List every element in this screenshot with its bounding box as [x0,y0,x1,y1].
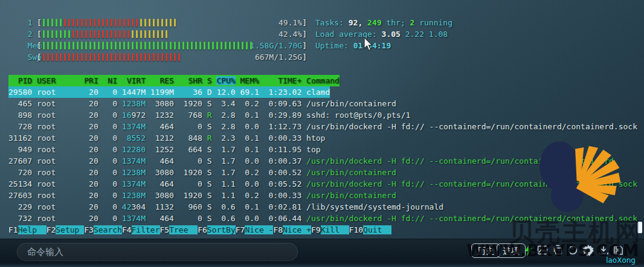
function-key-bar: F1Help F2Setup F3SearchF4FilterF5Tree F6… [8,224,391,236]
mouse-cursor [364,37,374,51]
fkey-f10[interactable]: F10Quit [349,225,391,234]
process-row-728[interactable]: 728 root 20 0 1374M 464 0 S 2.8 0.0 1:12… [8,121,637,132]
meter-mem: Mem[1.58G/1.70G] [8,40,307,51]
process-row-29580[interactable]: 29580 root 20 0 1447M 1199M 36 D 12.0 69… [8,86,637,98]
fkey-f4[interactable]: F4Filter [122,225,160,234]
table-header[interactable]: PID USER PRI NI VIRT RES SHR S CPU% MEM%… [8,75,340,86]
meter-2: 2 [42.4%] [8,28,307,40]
bkvps-shell-logo [538,136,625,216]
fkey-f8[interactable]: F8Nice + [273,225,311,234]
fkey-f2[interactable]: F2Setup [47,225,85,234]
process-row-465[interactable]: 465 root 20 0 1238M 3080 1920 S 3.4 0.2 … [8,98,637,109]
fkey-f3[interactable]: F3Search [84,225,122,234]
htop-stats: Tasks: 92, 249 thr; 2 runningLoad averag… [315,17,452,51]
fkey-f1[interactable]: F1Help [8,225,47,234]
fkey-f6[interactable]: F6SortBy [198,225,236,234]
fkey-f5[interactable]: F5Tree [160,225,198,234]
fkey-f9[interactable]: F9Kill [311,225,349,234]
meter-swp: Swp[667M/1.25G] [8,51,307,63]
htop-meters: 1 [49.1%] 2 [42.4%] Mem[1.58G/1.70G] Swp… [8,17,307,63]
watermark-signature: laoXong [606,256,636,265]
fkey-f7[interactable]: F7Nice - [236,225,274,234]
command-input[interactable] [17,243,298,261]
process-row-898[interactable]: 898 root 20 0 16972 1232 768 R 2.8 0.1 0… [8,109,637,121]
meter-1: 1 [49.1%] [8,17,307,28]
remote-desktop-screen: 1 [49.1%] 2 [42.4%] Mem[1.58G/1.70G] Swp… [0,0,644,267]
